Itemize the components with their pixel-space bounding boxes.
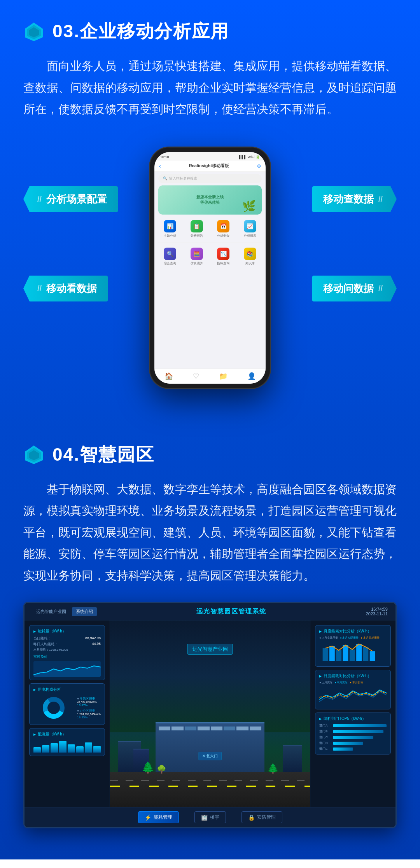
phone-icon-kb: 📚 [244,248,256,260]
dash-energy-card: 能耗量（kW·h） 当日能耗： 88,942.98 昨日人均能耗： 44.98 [29,625,105,680]
phone-grid-item-2[interactable]: 📋 分析报告 [184,218,210,240]
dash-daily-card: 日度能耗对比分析（kW·h） ● 上月实际 ● 本月实际 ● 本月目标 [315,670,391,709]
phone-banner: 新版本全新上线 等你来体验 🌿 [158,185,262,215]
monthly-legend: ● 上月实际用量 ● 本月实际用量 ● 本月目标用量 [319,636,387,640]
phone-icon-sim: 🧮 [191,248,203,260]
slash-right-bottom: // [378,284,383,293]
phone-nav-home[interactable]: 🏠 [164,372,173,381]
window [224,727,235,730]
phone-mockup: 10:10 ▌▌▌ WiFi 🔋 ‹ Realinsight移动看板 ⊕ 🔍 [150,147,270,388]
phone-icon-table: 📈 [244,220,256,232]
back-icon[interactable]: ‹ [159,163,161,169]
phone-grid-item-1[interactable]: 📊 主题分析 [158,218,183,240]
top5-bar-5: 部门E [319,747,387,751]
share-icon[interactable]: ⊕ [257,163,261,169]
svg-rect-14 [356,644,362,661]
dashboard-nav: 远光管能产业园 系统介绍 [32,607,97,616]
phone-grid-item-8[interactable]: 📚 知识库 [238,245,263,268]
dashboard-time-display: 16:74:59 2023-11-11 [366,607,388,616]
dash-bar-chart [33,739,101,753]
svg-rect-10 [329,646,335,661]
building-3d-scene: 远光智慧产业园 ✕ 北大门 🌲 🌲 [110,620,310,807]
gate-label: ✕ 北大门 [199,752,222,760]
sky-bg [110,620,310,732]
tree-left: 🌲 [141,761,155,774]
dash-energy-stats: 当日能耗： 88,942.98 昨日人均能耗： 44.98 本月能耗：1798,… [33,636,101,659]
phone-nav-profile[interactable]: 👤 [247,372,256,381]
dashboard-main-title: 远光智慧园区管理系统 [196,608,266,616]
svg-rect-13 [350,650,355,661]
phone-search-bar[interactable]: 🔍 输入指标名称搜索 [158,174,262,183]
bg-building-3 [283,745,302,772]
main-building [156,722,264,773]
window [198,727,209,730]
top5-bar-2: 部门B [319,729,387,734]
page-wrapper: 03.企业移动分析应用 面向业务人员，通过场景快速搭建、集成应用，提供移动端看数… [0,0,420,868]
phone-label-kpi: 指标查询 [217,261,229,265]
phone-nav-files[interactable]: 📁 [219,372,228,381]
daily-legend: ● 上月实际 ● 本月实际 ● 本月目标 [319,681,387,685]
slash-right-top: // [378,195,383,204]
dashboard-date: 2023-11-11 [366,611,388,616]
dashboard-nav-item-1[interactable]: 远光管能产业园 [32,607,70,616]
dash-energy-title: 能耗量（kW·h） [33,629,101,634]
dashboard-nav-item-2[interactable]: 系统介绍 [72,607,97,616]
window [236,727,248,730]
phone-nav-fav[interactable]: ♡ [193,372,199,381]
phone-grid-item-7[interactable]: 📉 指标查询 [211,245,236,268]
section-03-title-row: 03.企业移动分析应用 [23,19,397,44]
tree-right: 🌲 [267,763,279,774]
road-surface [110,772,310,807]
security-btn-label: 安防管理 [257,814,276,821]
energy-icon: ⚡ [145,814,151,821]
phone-icon-meeting: 📅 [217,220,229,232]
building-name-label: 远光智慧产业园 [187,644,233,655]
phone-search-placeholder: 输入指标名称搜索 [169,176,197,181]
svg-rect-11 [336,650,341,661]
dash-stat-monthly: 本月能耗：1798,346.309 [33,648,101,652]
feature-label-mobile-view: // 移动看数据 [23,276,108,302]
dashboard-nav-energy[interactable]: ⚡ 能耗管理 [138,811,179,823]
dash-top5-card: 能耗部门TOP5（kW·h） 部门A 部门B [315,713,391,754]
phone-label-table: 分析报表 [244,234,256,238]
dashboard-nav-security[interactable]: 🔒 安防管理 [242,811,282,823]
dash-bar-card: 配流量（kW·h） [29,728,105,756]
feature-label-mobile-query: 移动查数据 // [312,186,397,212]
svg-rect-16 [370,651,375,661]
phone-status-bar: 10:10 ▌▌▌ WiFi 🔋 [154,152,266,161]
bar-2 [42,745,49,753]
gate-label-text: ✕ [202,754,206,758]
section-04-heading: 04.智慧园区 [52,443,154,467]
phone-time: 10:10 [160,155,169,159]
phone-grid-item-4[interactable]: 📈 分析报表 [238,218,263,240]
bar-dep-b [333,730,383,733]
smart-park-dashboard: 远光管能产业园 系统介绍 远光智慧园区管理系统 16:74:59 2023-11… [23,602,397,828]
dash-stat-daily: 当日能耗： 88,942.98 [33,636,101,641]
dashboard-right-panel: 月度能耗对比分析（kW·h） ● 上月实际用量 ● 本月实际用量 ● 本月目标用… [310,620,396,807]
dashboard-body: 能耗量（kW·h） 当日能耗： 88,942.98 昨日人均能耗： 44.98 [24,620,396,807]
road-center-line [110,786,310,787]
window [250,727,261,730]
phone-grid-item-6[interactable]: 🧮 仿真测算 [184,245,210,268]
phone-outer: 10:10 ▌▌▌ WiFi 🔋 ‹ Realinsight移动看板 ⊕ 🔍 [150,147,270,388]
phone-divider [158,243,262,243]
phone-label-report: 分析报告 [191,234,203,238]
phone-grid-item-5[interactable]: 🔍 综合查询 [158,245,183,268]
dashboard-center-panel: 远光智慧产业园 ✕ 北大门 🌲 🌲 [110,620,310,807]
daily-chart-svg [319,686,387,706]
monthly-chart-svg [319,642,387,663]
phone-icon-query: 🔍 [164,248,176,260]
energy-btn-label: 能耗管理 [154,814,172,821]
footer: 远光软件 Insight [0,859,420,868]
top5-bar-4: 部门D [319,741,387,745]
building-windows [156,723,264,734]
dashboard-header: 远光管能产业园 系统介绍 远光智慧园区管理系统 16:74:59 2023-11… [24,603,396,620]
phone-label-query: 综合查询 [164,261,176,265]
dash-monthly-card: 月度能耗对比分析（kW·h） ● 上月实际用量 ● 本月实际用量 ● 本月目标用… [315,625,391,667]
dashboard-bottom-bar: ⚡ 能耗管理 🏢 楼宇 🔒 安防管理 [24,807,396,827]
window [211,727,222,730]
mini-chart-energy [33,661,101,677]
bar-7 [85,742,92,753]
dashboard-nav-building[interactable]: 🏢 楼宇 [194,811,226,823]
phone-grid-item-3[interactable]: 📅 分析例会 [211,218,236,240]
